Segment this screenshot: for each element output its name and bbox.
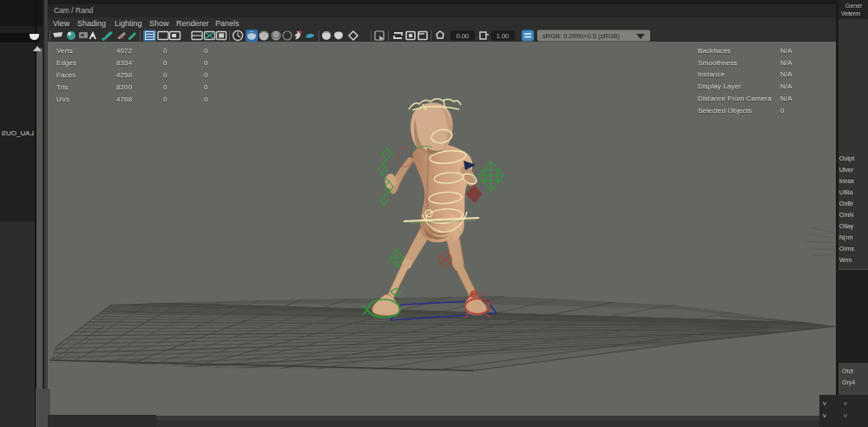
svg-text:sRGB: 0.0990+0.5 (sRGB): sRGB: 0.0990+0.5 (sRGB) [542, 32, 620, 40]
svg-text:1.00: 1.00 [496, 32, 510, 40]
svg-text:0.00: 0.00 [457, 32, 470, 40]
